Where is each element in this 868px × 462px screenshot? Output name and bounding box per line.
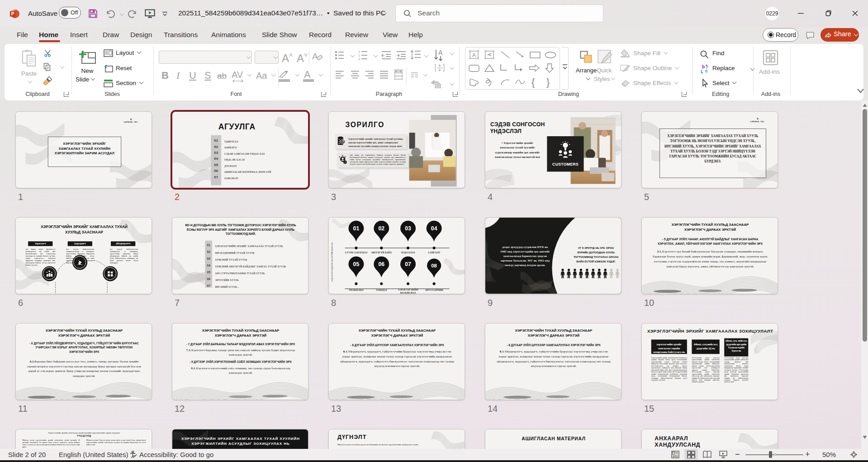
svg-text:БОЛОВСРОЛ: БОЛОВСРОЛ	[400, 291, 416, 294]
svg-text:A: A	[312, 52, 318, 61]
svg-text:3: 3	[358, 57, 360, 61]
svg-text:СУУРЬ ХЭРЭГЦЭЭ: СУУРЬ ХЭРЭГЦЭЭ	[345, 251, 368, 254]
svg-text:СОНГОЛТ: СОНГОЛТ	[428, 251, 441, 254]
svg-text:06: 06	[378, 261, 384, 267]
svg-text:ГОМДОЛ: ГОМДОЛ	[376, 289, 387, 291]
svg-text:b: b	[702, 64, 705, 69]
svg-text:07: 07	[405, 261, 411, 267]
svg-text:03: 03	[405, 225, 411, 232]
svg-text:МЭДЭЭЛЭЛ: МЭДЭЭЛЭЛ	[401, 251, 415, 254]
svg-text:05: 05	[353, 261, 360, 267]
svg-text:АЮУЛГҮЙ БАЙХ: АЮУЛГҮЙ БАЙХ	[371, 251, 392, 254]
svg-text:04: 04	[431, 225, 437, 232]
svg-text:ХЭРЭГЛЭГЧИЙН: ХЭРЭГЛЭГЧИЙН	[398, 288, 419, 291]
svg-text:P: P	[11, 11, 14, 16]
svg-text:ТӨЛӨӨЛӨЛ: ТӨЛӨӨЛӨЛ	[349, 289, 364, 291]
svg-text:08: 08	[431, 263, 437, 268]
svg-text:01: 01	[353, 225, 360, 232]
svg-text:c: c	[705, 68, 708, 73]
svg-text:02: 02	[378, 225, 384, 232]
svg-text:A: A	[438, 49, 443, 56]
svg-text:A: A	[487, 53, 492, 56]
svg-text:A: A	[472, 52, 476, 58]
svg-text:ЭРҮҮЛ ОРЧИН: ЭРҮҮЛ ОРЧИН	[425, 289, 444, 291]
